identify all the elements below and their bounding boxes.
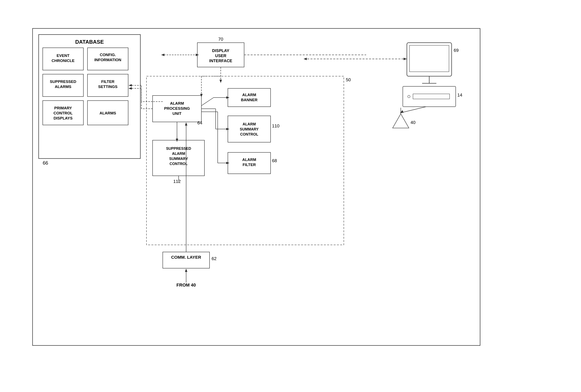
svg-text:CONTROL: CONTROL [54, 111, 72, 115]
svg-rect-15 [43, 101, 84, 125]
svg-text:ALARMS: ALARMS [100, 111, 116, 115]
svg-rect-27 [146, 76, 344, 245]
svg-text:ALARMS: ALARMS [55, 85, 71, 89]
svg-text:SUPPRESSED: SUPPRESSED [50, 79, 76, 84]
svg-text:ALARM: ALARM [172, 152, 185, 156]
svg-text:SUMMARY: SUMMARY [240, 127, 258, 131]
svg-marker-101 [392, 114, 409, 128]
svg-text:50: 50 [346, 77, 351, 82]
svg-rect-6 [88, 48, 128, 70]
svg-marker-68 [220, 80, 222, 83]
svg-text:40: 40 [410, 120, 416, 125]
svg-text:CONTROL: CONTROL [170, 162, 188, 166]
svg-marker-63 [128, 84, 132, 87]
svg-text:FROM 40: FROM 40 [176, 282, 196, 288]
svg-marker-109 [400, 110, 404, 113]
svg-text:62: 62 [212, 256, 216, 261]
svg-text:FILTER: FILTER [101, 79, 114, 84]
svg-text:CHRONICLE: CHRONICLE [52, 58, 75, 63]
svg-marker-59 [185, 122, 187, 126]
svg-marker-91 [226, 162, 230, 164]
svg-point-98 [408, 95, 410, 98]
svg-text:SUMMARY: SUMMARY [169, 157, 188, 161]
svg-rect-99 [413, 94, 450, 99]
svg-text:FILTER: FILTER [242, 163, 256, 167]
svg-marker-83 [226, 96, 230, 99]
svg-text:ALARM: ALARM [243, 122, 256, 126]
svg-rect-29 [152, 96, 202, 122]
svg-rect-22 [197, 43, 244, 67]
svg-marker-65 [161, 54, 164, 56]
svg-line-81 [202, 98, 214, 106]
svg-marker-105 [304, 58, 307, 60]
svg-rect-93 [410, 45, 449, 72]
svg-text:66: 66 [43, 160, 48, 166]
svg-line-108 [401, 107, 426, 113]
svg-text:PRIMARY: PRIMARY [54, 106, 72, 110]
svg-rect-97 [403, 86, 456, 107]
svg-rect-1 [39, 34, 140, 159]
svg-marker-57 [185, 269, 187, 272]
svg-text:14: 14 [457, 92, 462, 98]
svg-marker-77 [128, 87, 132, 90]
svg-rect-92 [407, 43, 452, 76]
svg-text:EVENT: EVENT [56, 53, 70, 58]
svg-rect-12 [88, 74, 128, 97]
svg-text:ALARM: ALARM [242, 158, 256, 162]
svg-text:DATABASE: DATABASE [75, 39, 104, 45]
svg-rect-19 [88, 101, 128, 125]
svg-text:INTERFACE: INTERFACE [209, 58, 232, 63]
svg-marker-79 [176, 139, 178, 142]
svg-marker-75 [128, 87, 132, 90]
svg-rect-43 [228, 116, 270, 142]
svg-marker-66 [196, 54, 199, 56]
svg-text:69: 69 [454, 48, 458, 53]
svg-marker-87 [226, 128, 230, 130]
svg-text:112: 112 [173, 179, 181, 184]
svg-text:64: 64 [197, 120, 202, 125]
svg-rect-34 [152, 140, 204, 176]
svg-rect-48 [228, 152, 270, 174]
svg-marker-71 [200, 94, 202, 97]
svg-text:DISPLAYS: DISPLAYS [54, 116, 72, 120]
svg-text:CONFIG.: CONFIG. [100, 53, 116, 57]
svg-text:ALARM: ALARM [242, 93, 256, 97]
svg-text:DISPLAY: DISPLAY [212, 48, 230, 53]
svg-rect-0 [32, 28, 480, 346]
svg-rect-3 [43, 48, 84, 70]
svg-rect-9 [43, 74, 84, 97]
svg-text:USER: USER [215, 53, 226, 58]
svg-rect-40 [228, 88, 270, 107]
svg-text:UNIT: UNIT [172, 111, 182, 116]
svg-rect-52 [163, 252, 210, 268]
svg-text:PROCESSING: PROCESSING [164, 106, 190, 111]
svg-text:SETTINGS: SETTINGS [98, 85, 118, 89]
svg-text:70: 70 [218, 37, 223, 42]
svg-text:ALARM: ALARM [170, 101, 184, 105]
diagram-container: DATABASE EVENT CHRONICLE CONFIG. INFORMA… [20, 16, 560, 372]
svg-marker-107 [404, 58, 407, 60]
svg-text:BANNER: BANNER [241, 98, 258, 102]
svg-text:SUPPRESSED: SUPPRESSED [166, 147, 191, 151]
svg-text:CONTROL: CONTROL [240, 132, 258, 136]
svg-text:68: 68 [272, 158, 277, 163]
svg-text:COMM. LAYER: COMM. LAYER [171, 255, 201, 259]
svg-text:110: 110 [272, 123, 280, 128]
svg-text:INFORMATION: INFORMATION [94, 58, 122, 62]
